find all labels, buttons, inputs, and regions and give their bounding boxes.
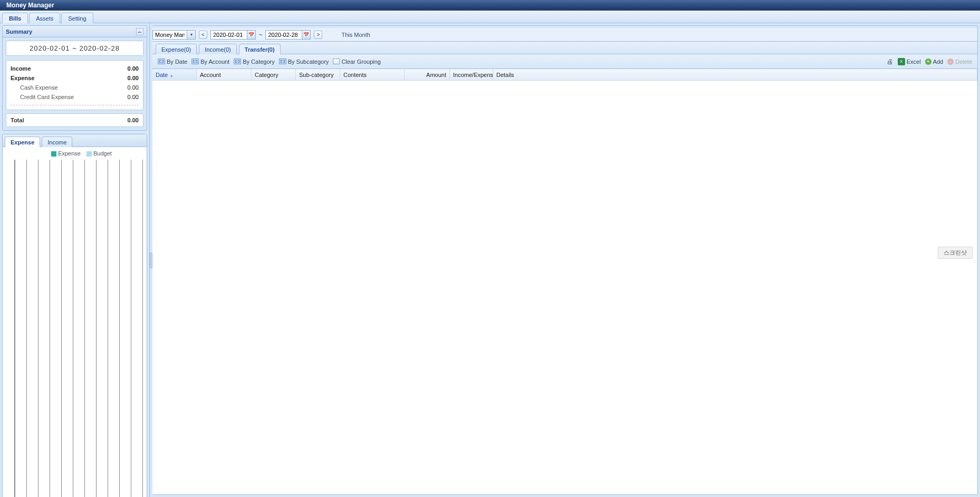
summary-date-range: 2020-02-01 ~ 2020-02-28 bbox=[6, 41, 143, 56]
summary-row-expense: Expense 0.00 bbox=[11, 73, 139, 83]
add-button[interactable]: +Add bbox=[923, 57, 946, 66]
summary-panel: Summary ︽ 2020-02-01 ~ 2020-02-28 Income… bbox=[2, 25, 147, 131]
sort-asc-icon: ▲ bbox=[169, 73, 174, 78]
chart-tab-income[interactable]: Income bbox=[42, 137, 72, 147]
window-titlebar: Money Manager bbox=[0, 0, 980, 11]
date-to[interactable]: 📅 bbox=[265, 30, 311, 40]
main-panel: < 📅 ~ 📅 > This Month Expense(0) Income(0… bbox=[152, 25, 978, 495]
next-period-button[interactable]: > bbox=[314, 31, 322, 39]
tab-setting[interactable]: Setting bbox=[61, 13, 93, 23]
group-by-subcategory-label: By Subcategory bbox=[288, 59, 329, 65]
delete-button: –Delete bbox=[945, 57, 974, 66]
col-details[interactable]: Details bbox=[493, 69, 977, 80]
date-to-input[interactable] bbox=[266, 31, 302, 39]
col-contents[interactable]: Contents bbox=[340, 69, 405, 80]
chart-grid bbox=[14, 160, 142, 497]
tab-bills[interactable]: Bills bbox=[2, 13, 28, 23]
group-icon bbox=[279, 59, 286, 64]
chart-panel: Expense Income Expense Budget 00.10.20.3… bbox=[2, 134, 147, 497]
grid-header: Date▲ Account Category Sub-category Cont… bbox=[152, 69, 977, 81]
delete-icon: – bbox=[947, 59, 954, 65]
chart-tabs: Expense Income bbox=[3, 134, 147, 147]
col-amount[interactable]: Amount bbox=[405, 69, 450, 80]
summary-expense-label: Expense bbox=[11, 75, 34, 81]
group-by-account-label: By Account bbox=[200, 59, 229, 65]
export-excel-button[interactable]: XExcel bbox=[896, 57, 923, 66]
clear-grouping-button[interactable]: Clear Grouping bbox=[331, 57, 383, 66]
col-income-expense[interactable]: Income/Expense bbox=[450, 69, 493, 80]
summary-title: Summary bbox=[6, 26, 32, 37]
summary-credit-label: Credit Card Expense bbox=[11, 94, 74, 100]
legend-swatch-budget bbox=[87, 151, 92, 157]
account-combo-dropdown-icon[interactable] bbox=[187, 31, 195, 39]
summary-row-income: Income 0.00 bbox=[11, 64, 139, 73]
date-from-calendar-icon[interactable]: 📅 bbox=[247, 31, 255, 39]
group-icon bbox=[191, 59, 199, 64]
clear-group-icon bbox=[333, 59, 340, 64]
tab-assets[interactable]: Assets bbox=[29, 13, 60, 23]
clear-grouping-label: Clear Grouping bbox=[341, 59, 381, 65]
main-tabs: Bills Assets Setting bbox=[0, 11, 980, 23]
sub-tab-expense[interactable]: Expense(0) bbox=[156, 44, 197, 54]
sidebar: Summary ︽ 2020-02-01 ~ 2020-02-28 Income… bbox=[0, 23, 150, 497]
col-subcategory[interactable]: Sub-category bbox=[296, 69, 340, 80]
summary-credit-value: 0.00 bbox=[128, 94, 139, 100]
splitter[interactable] bbox=[150, 23, 152, 497]
account-combo[interactable] bbox=[152, 30, 196, 40]
print-icon bbox=[886, 58, 893, 65]
col-date-label: Date bbox=[156, 72, 168, 78]
excel-label: Excel bbox=[907, 59, 921, 65]
summary-total-value: 0.00 bbox=[128, 117, 139, 123]
summary-header: Summary ︽ bbox=[3, 26, 147, 37]
summary-total-label: Total bbox=[11, 117, 24, 123]
summary-collapse-button[interactable]: ︽ bbox=[136, 28, 143, 35]
chart-tab-expense[interactable]: Expense bbox=[5, 137, 40, 147]
chart-legend: Expense Budget bbox=[14, 150, 145, 157]
legend-label-budget: Budget bbox=[93, 150, 112, 157]
summary-total: Total 0.00 bbox=[6, 113, 143, 127]
legend-label-expense: Expense bbox=[58, 150, 81, 157]
group-icon bbox=[158, 59, 165, 64]
prev-period-button[interactable]: < bbox=[199, 31, 207, 39]
screenshot-floating-label[interactable]: 스크린샷 bbox=[938, 247, 973, 259]
date-from[interactable]: 📅 bbox=[210, 30, 256, 40]
grid-body[interactable] bbox=[152, 81, 977, 494]
group-by-category-label: By Category bbox=[243, 59, 275, 65]
sub-tab-transfer[interactable]: Transfer(0) bbox=[239, 44, 281, 54]
group-by-category-button[interactable]: By Category bbox=[232, 57, 277, 66]
date-range-separator: ~ bbox=[259, 32, 262, 38]
add-label: Add bbox=[933, 59, 944, 65]
summary-row-credit: Credit Card Expense 0.00 bbox=[11, 92, 139, 102]
group-icon bbox=[234, 59, 241, 64]
summary-income-label: Income bbox=[11, 65, 31, 72]
add-icon: + bbox=[925, 59, 931, 65]
group-by-subcategory-button[interactable]: By Subcategory bbox=[277, 57, 331, 66]
summary-expense-value: 0.00 bbox=[128, 75, 139, 81]
group-by-date-button[interactable]: By Date bbox=[156, 57, 189, 66]
summary-income-value: 0.00 bbox=[128, 65, 139, 72]
summary-list: Income 0.00 Expense 0.00 Cash Expense 0.… bbox=[6, 60, 143, 110]
col-date[interactable]: Date▲ bbox=[152, 69, 197, 80]
print-button[interactable] bbox=[884, 57, 896, 66]
summary-cash-value: 0.00 bbox=[128, 84, 139, 91]
date-to-calendar-icon[interactable]: 📅 bbox=[302, 31, 310, 39]
group-by-account-button[interactable]: By Account bbox=[189, 57, 232, 66]
period-label: This Month bbox=[341, 32, 370, 38]
grid-toolbar: By Date By Account By Category By Subcat… bbox=[152, 54, 977, 69]
date-from-input[interactable] bbox=[211, 31, 247, 39]
sub-tabs: Expense(0) Income(0) Transfer(0) bbox=[152, 42, 977, 54]
summary-row-cash: Cash Expense 0.00 bbox=[11, 83, 139, 92]
delete-label: Delete bbox=[955, 59, 972, 65]
summary-cash-label: Cash Expense bbox=[11, 84, 58, 91]
summary-separator bbox=[11, 105, 139, 105]
account-combo-input[interactable] bbox=[153, 31, 187, 39]
chart-area: Expense Budget 00.10.20.30.40.50.60.70.8… bbox=[3, 147, 147, 497]
sub-tab-income[interactable]: Income(0) bbox=[199, 44, 237, 54]
col-account[interactable]: Account bbox=[197, 69, 252, 80]
excel-icon: X bbox=[898, 58, 905, 65]
group-by-date-label: By Date bbox=[167, 59, 187, 65]
col-category[interactable]: Category bbox=[252, 69, 296, 80]
date-filter-bar: < 📅 ~ 📅 > This Month bbox=[152, 28, 977, 42]
app-title: Money Manager bbox=[6, 2, 54, 9]
splitter-handle-icon bbox=[150, 252, 152, 268]
